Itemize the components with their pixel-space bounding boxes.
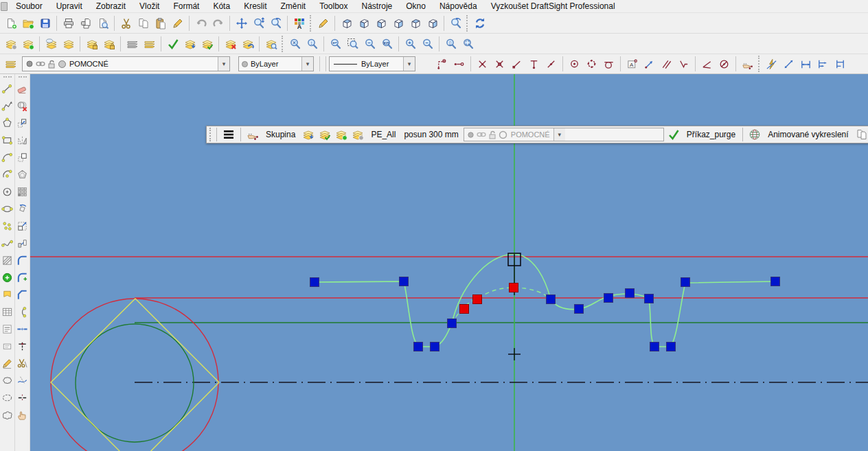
- dim-aligned-icon[interactable]: [780, 55, 797, 73]
- layer-restore-icon[interactable]: [239, 35, 256, 53]
- copy-pages-icon[interactable]: [854, 126, 868, 143]
- copy-icon[interactable]: [135, 14, 152, 32]
- pattern-icon[interactable]: [16, 185, 29, 198]
- cube-back-icon[interactable]: [424, 14, 441, 32]
- layer-freeze-icon[interactable]: [43, 35, 60, 53]
- layers-manager-icon[interactable]: [2, 55, 19, 73]
- spline-icon[interactable]: [1, 237, 14, 249]
- zoom-out-icon[interactable]: −: [419, 35, 436, 53]
- zoom-scale-icon[interactable]: xn: [378, 35, 396, 53]
- prikaz-purge-button[interactable]: Příkaz_purge: [683, 130, 739, 139]
- offset-icon[interactable]: [16, 168, 29, 181]
- floating-dropdown-arrow-icon[interactable]: ▾: [553, 128, 565, 141]
- batch-print-icon[interactable]: [77, 14, 94, 32]
- zoom-in-icon[interactable]: +: [402, 35, 419, 53]
- table-icon[interactable]: [1, 305, 14, 318]
- layer-preview-icon[interactable]: [262, 35, 279, 53]
- drag-icon[interactable]: [16, 408, 29, 421]
- polygon-icon[interactable]: [1, 117, 14, 129]
- cube-bottom-icon[interactable]: [355, 14, 372, 32]
- line-color-combo[interactable]: ByLayer ▾: [238, 56, 314, 71]
- snap-intersection-icon[interactable]: [474, 55, 491, 73]
- rectangle-icon[interactable]: [1, 134, 14, 146]
- menu-zmenit[interactable]: Změnit: [273, 0, 312, 13]
- layer-on-icon[interactable]: [19, 35, 36, 53]
- menu-vlozit[interactable]: Vložit: [133, 0, 166, 13]
- dim-linear-icon[interactable]: [797, 55, 814, 73]
- menu-zobrazit[interactable]: Zobrazit: [89, 0, 133, 13]
- copy-entity-icon[interactable]: [16, 151, 29, 163]
- grip-blue[interactable]: [431, 343, 439, 351]
- dim-smart-icon[interactable]: [763, 55, 780, 73]
- pen-icon[interactable]: [315, 14, 332, 32]
- snap-tangent-icon[interactable]: [600, 55, 617, 73]
- line-icon[interactable]: [1, 82, 14, 95]
- layer-unlock-icon[interactable]: [100, 35, 117, 53]
- grip-blue[interactable]: [771, 277, 780, 286]
- layers-inactive-icon[interactable]: [124, 35, 141, 53]
- arc-icon[interactable]: [1, 151, 14, 163]
- cloud-free-icon[interactable]: [1, 408, 14, 421]
- layer-isolate-icon[interactable]: [300, 126, 317, 143]
- snap-midpoint-icon[interactable]: [542, 55, 560, 73]
- layer-delete-icon[interactable]: [222, 35, 239, 53]
- toolbar-drag-handle[interactable]: [758, 56, 760, 72]
- menu-burger-icon[interactable]: [220, 126, 237, 143]
- cube-front-icon[interactable]: [407, 14, 424, 32]
- active-layer-combo[interactable]: POMOCNÉ ▾: [22, 56, 230, 71]
- print-icon[interactable]: [60, 14, 77, 32]
- snap-endpoint-icon[interactable]: [508, 55, 525, 73]
- cut-icon[interactable]: [117, 14, 135, 32]
- cloud-rect-icon[interactable]: [1, 374, 14, 386]
- zoom-back-icon[interactable]: ↩: [327, 35, 344, 53]
- rotate-icon[interactable]: [16, 203, 29, 215]
- skupina-button[interactable]: Skupina: [262, 130, 299, 139]
- erase-icon[interactable]: [16, 82, 29, 95]
- dim-baseline-icon[interactable]: [814, 55, 832, 73]
- snap-apparent-icon[interactable]: [491, 55, 508, 73]
- grip-red-active[interactable]: [473, 295, 482, 304]
- grip-blue[interactable]: [650, 343, 659, 351]
- edit-text-icon[interactable]: [1, 357, 14, 369]
- align-icon[interactable]: [16, 237, 29, 249]
- menu-kota[interactable]: Kóta: [206, 0, 237, 13]
- pan-icon[interactable]: [233, 14, 250, 32]
- cube-left-icon[interactable]: [372, 14, 389, 32]
- snap-parallel-icon[interactable]: [658, 55, 675, 73]
- menu-soubor[interactable]: Soubor: [9, 0, 49, 13]
- snap-nearest-icon[interactable]: [641, 55, 658, 73]
- new-icon[interactable]: [2, 14, 19, 32]
- cloud-ellipse-icon[interactable]: [1, 391, 14, 404]
- snap-none-icon[interactable]: [716, 55, 733, 73]
- layer-off-icon[interactable]: [350, 126, 366, 143]
- chamfer-icon[interactable]: [16, 288, 29, 301]
- grip-blue[interactable]: [310, 278, 319, 287]
- color-dropdown-arrow-icon[interactable]: ▾: [301, 57, 313, 71]
- zoom-vertical-icon[interactable]: ↕: [304, 35, 321, 53]
- cube-top-icon[interactable]: [338, 14, 355, 32]
- ellipse-icon[interactable]: [1, 203, 14, 215]
- esnap-entity-icon[interactable]: [450, 55, 468, 73]
- toolbar-drag-handle[interactable]: [282, 36, 283, 52]
- layer-lock-icon[interactable]: [83, 35, 100, 53]
- point-icon[interactable]: [1, 220, 14, 232]
- grip-blue[interactable]: [448, 319, 457, 328]
- posun-button[interactable]: posun 300 mm: [400, 130, 461, 139]
- grip-blue[interactable]: [575, 305, 584, 314]
- region-icon[interactable]: [1, 271, 14, 284]
- fillet-plus-icon[interactable]: [16, 271, 29, 284]
- trim-t-icon[interactable]: [16, 340, 29, 352]
- floating-layer-combo[interactable]: POMOCNÉ ▾: [464, 128, 664, 141]
- esnap-settings-icon[interactable]: [433, 55, 450, 73]
- trim-icon[interactable]: [16, 357, 29, 369]
- layer-apply-icon[interactable]: [317, 126, 333, 143]
- toolbar-drag-handle[interactable]: [310, 15, 311, 32]
- animovane-vykresleni-button[interactable]: Animované vykreslení: [764, 130, 852, 139]
- drawing-canvas[interactable]: Skupina PE_All posun 300 mm POMOCNÉ ▾ Př…: [30, 74, 868, 451]
- spline-entity[interactable]: [315, 254, 775, 347]
- zoom-page-icon[interactable]: ▯: [442, 35, 459, 53]
- line-style-combo[interactable]: ByLayer ▾: [329, 56, 415, 71]
- save-icon[interactable]: [36, 14, 54, 32]
- menu-nastroje[interactable]: Nástroje: [355, 0, 400, 13]
- power-trim-icon[interactable]: [16, 374, 29, 386]
